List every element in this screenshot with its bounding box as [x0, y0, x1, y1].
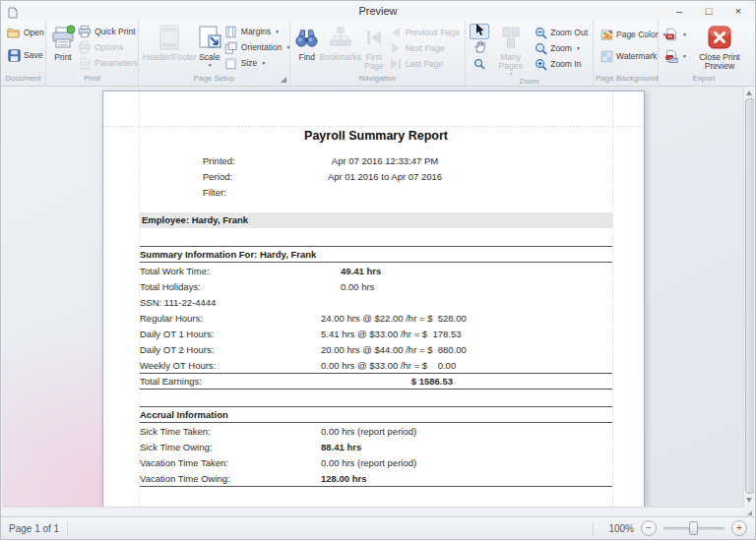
zoom-in-step-button[interactable]: +	[731, 520, 747, 536]
summary-row: Total Holidays: 0.00 hrs	[140, 278, 612, 294]
group-label-page-setup: Page Setup	[139, 74, 289, 86]
row-label: Sick Time Owing:	[140, 442, 321, 452]
many-pages-button: Many Pages ▼	[489, 23, 532, 77]
next-page-icon	[389, 41, 403, 55]
group-label-export: Export	[659, 74, 749, 86]
export-document-button[interactable]: ▼	[662, 27, 689, 42]
statusbar-separator	[593, 521, 594, 535]
vertical-scrollbar-thumb[interactable]	[745, 98, 754, 494]
watermark-button[interactable]: Watermark	[598, 48, 659, 64]
send-dropdown-icon: ▼	[682, 53, 687, 59]
zoom-icon	[534, 41, 547, 55]
margins-button[interactable]: Margins ▼	[222, 24, 293, 39]
header-value: Apr 07 2016 12:33:47 PM	[291, 155, 478, 166]
size-dropdown-icon: ▼	[261, 60, 266, 66]
scale-button[interactable]: Scale ▼	[197, 23, 222, 68]
group-label-print: Print	[46, 74, 138, 86]
summary-row: SSN: 111-22-4444	[140, 294, 612, 310]
quick-print-button[interactable]: Quick Print	[76, 24, 140, 39]
row-label: Vacation Time Owing:	[140, 473, 321, 484]
open-button[interactable]: Open	[5, 25, 46, 40]
zoom-in-icon	[534, 57, 547, 71]
row-label: Weekly OT Hours:	[140, 360, 321, 371]
zoom-slider[interactable]	[663, 521, 724, 535]
last-page-button: Last Page	[387, 56, 462, 72]
row-label: Total Work Time:	[140, 266, 321, 276]
send-email-button[interactable]: ▼	[662, 48, 689, 64]
row-value: 20.00 hrs @ $44.00 /hr = $ 880.00	[321, 344, 626, 355]
zoom-in-button[interactable]: Zoom In	[532, 56, 590, 72]
zoom-percent-label: 100%	[608, 523, 634, 534]
accrual-row: Vacation Time Taken: 0.00 hrs (report pe…	[140, 454, 612, 470]
zoom-slider-thumb[interactable]	[689, 521, 698, 535]
zoom-controls: 100% − +	[585, 520, 755, 536]
row-label: SSN: 111-22-4444	[140, 297, 321, 308]
right-margin-guide	[612, 91, 613, 517]
title-bar: Preview – □ ×	[1, 1, 755, 21]
scroll-up-icon[interactable]	[746, 90, 752, 95]
row-value: 0.00 hrs (report period)	[321, 426, 612, 437]
summary-row: Daily OT 2 Hours: 20.00 hrs @ $44.00 /hr…	[140, 341, 612, 357]
options-button: Options	[76, 39, 140, 55]
row-label: Daily OT 2 Hours:	[140, 344, 321, 355]
header-label: Filter:	[203, 187, 291, 198]
ribbon-group-zoom: Many Pages ▼ Zoom Out Zoom ▼ Z	[466, 21, 594, 86]
accrual-row: Vacation Time Owing: 128.00 hrs	[140, 470, 612, 486]
group-label-document: Document	[1, 74, 45, 86]
accrual-section-heading: Accrual Information	[140, 406, 612, 423]
save-button[interactable]: Save	[5, 47, 44, 63]
page-indicator: Page 1 of 1	[1, 523, 59, 534]
vertical-scrollbar[interactable]	[743, 87, 754, 507]
report-title: Payroll Summary Report	[140, 129, 612, 145]
ribbon-group-export: ▼ ▼ Close Print Preview Export	[659, 21, 749, 86]
row-label: Vacation Time Taken:	[140, 457, 321, 468]
first-page-button: First Page	[361, 23, 387, 71]
accrual-row: Sick Time Taken: 0.00 hrs (report period…	[140, 423, 612, 439]
find-binoculars-icon	[294, 25, 319, 50]
accrual-row: Sick Time Owing: 88.41 hrs	[140, 439, 612, 454]
pointer-tool-button[interactable]	[470, 24, 489, 39]
zoom-dropdown-icon: ▼	[576, 45, 581, 51]
statusbar-separator	[67, 521, 68, 535]
scroll-down-icon[interactable]	[746, 498, 752, 503]
page-setup-dialog-launcher-icon[interactable]	[281, 77, 286, 83]
row-value: 88.41 hrs	[321, 442, 612, 452]
print-button[interactable]: Print	[50, 23, 76, 62]
summary-row: Daily OT 1 Hours: 5.41 hrs @ $33.00 /hr …	[140, 326, 612, 341]
ribbon-group-navigation: Find Bookmarks First Page Previous Page	[290, 21, 466, 86]
close-print-preview-button[interactable]: Close Print Preview	[693, 23, 746, 71]
report-header-row: Period: Apr 01 2016 to Apr 07 2016	[140, 168, 612, 184]
next-page-button: Next Page	[387, 40, 462, 56]
size-button[interactable]: Size ▼	[222, 55, 293, 71]
orientation-icon	[224, 40, 238, 54]
minimize-button[interactable]: –	[664, 1, 694, 21]
report-page: Payroll Summary Report Printed: Apr 07 2…	[102, 90, 645, 517]
header-footer-icon	[158, 25, 181, 50]
row-value: 5.41 hrs @ $33.00 /hr = $ 178.53	[321, 329, 620, 339]
magnifier-tool-button[interactable]	[470, 57, 489, 73]
find-button[interactable]: Find	[294, 23, 320, 62]
row-label: Daily OT 1 Hours:	[140, 329, 321, 339]
accrual-rows: Sick Time Taken: 0.00 hrs (report period…	[140, 423, 612, 487]
zoom-out-button[interactable]: Zoom Out	[532, 25, 590, 40]
ribbon-group-page-setup: Header/Footer Scale ▼ Margins ▼ Orient	[139, 21, 290, 86]
window-title: Preview	[1, 1, 755, 21]
maximize-button[interactable]: □	[694, 1, 724, 21]
close-button[interactable]: ×	[724, 1, 753, 21]
zoom-out-step-button[interactable]: −	[641, 520, 657, 536]
many-pages-icon	[498, 25, 524, 50]
printer-icon	[50, 25, 76, 50]
previous-page-button: Previous Page	[387, 25, 462, 40]
summary-row: Total Work Time: 49.41 hrs	[140, 263, 612, 278]
orientation-button[interactable]: Orientation ▼	[222, 39, 293, 55]
row-label: Sick Time Taken:	[140, 426, 321, 437]
summary-section-heading: Summary Information For: Hardy, Frank	[140, 246, 612, 263]
resize-grip-icon	[747, 510, 752, 515]
row-value: 0.00 hrs @ $33.00 /hr = $ 0.00	[321, 360, 615, 371]
preview-surface[interactable]: Payroll Summary Report Printed: Apr 07 2…	[2, 87, 754, 517]
total-earnings-row: Total Earnings: $ 1586.53	[140, 373, 612, 390]
zoom-button[interactable]: Zoom ▼	[532, 40, 590, 56]
close-preview-icon	[708, 25, 731, 50]
hand-tool-button[interactable]	[470, 40, 489, 56]
row-value: 0.00 hrs	[321, 281, 612, 292]
